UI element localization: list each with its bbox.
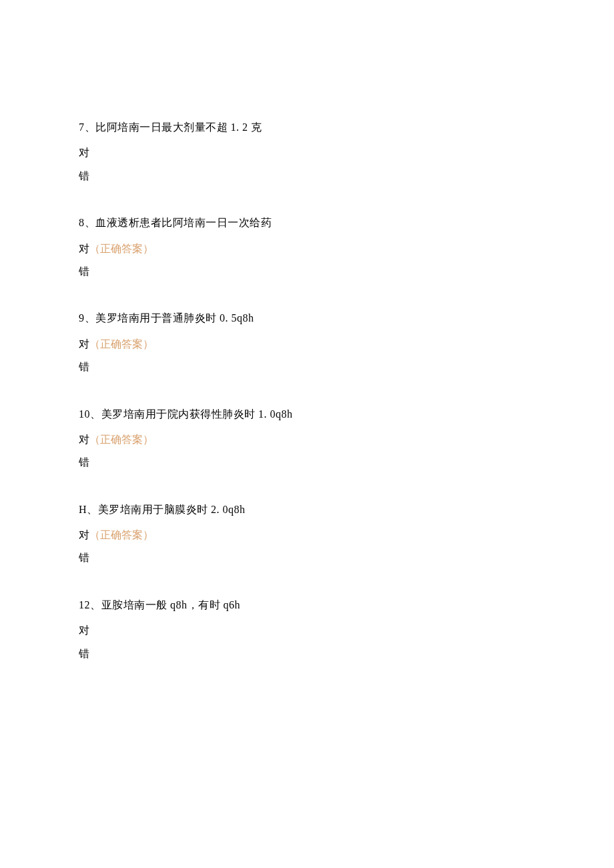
option-row: 对 (79, 145, 535, 160)
option-row: 对（正确答案） (79, 242, 535, 256)
option-wrong-label: 错 (79, 552, 89, 563)
question-number: 10、 (79, 408, 101, 420)
question-text: 9、美罗培南用于普通肺炎时 0. 5q8h (79, 311, 535, 326)
question-body: 血液透析患者比阿培南一日一次给药 (95, 217, 272, 228)
option-row: 错 (79, 264, 535, 279)
correct-answer-marker: （正确答案） (89, 243, 154, 254)
option-row: 对（正确答案） (79, 528, 535, 542)
question-block: 9、美罗培南用于普通肺炎时 0. 5q8h 对（正确答案） 错 (79, 311, 535, 374)
correct-answer-marker: （正确答案） (89, 434, 154, 445)
question-text: 7、比阿培南一日最大剂量不超 1. 2 克 (79, 120, 535, 135)
question-body: 美罗培南用于脑膜炎时 2. 0q8h (98, 504, 246, 515)
question-body: 美罗培南用于普通肺炎时 0. 5q8h (95, 312, 254, 324)
question-text: 12、亚胺培南一般 q8h，有时 q6h (79, 598, 535, 612)
option-wrong-label: 错 (79, 266, 89, 277)
question-text: 10、美罗培南用于院内获得性肺炎时 1. 0q8h (79, 407, 535, 422)
question-block: 12、亚胺培南一般 q8h，有时 q6h 对 错 (79, 598, 535, 661)
option-wrong-label: 错 (79, 170, 89, 181)
option-wrong-label: 错 (79, 648, 89, 659)
question-block: H、美罗培南用于脑膜炎时 2. 0q8h 对（正确答案） 错 (79, 502, 535, 566)
question-body: 比阿培南一日最大剂量不超 1. 2 克 (95, 121, 262, 133)
question-body: 亚胺培南一般 q8h，有时 q6h (101, 599, 241, 610)
option-wrong-label: 错 (79, 361, 89, 372)
document-page: 7、比阿培南一日最大剂量不超 1. 2 克 对 错 8、血液透析患者比阿培南一日… (0, 0, 614, 661)
option-correct-label: 对 (79, 147, 89, 158)
option-correct-label: 对 (79, 624, 89, 636)
question-body: 美罗培南用于院内获得性肺炎时 1. 0q8h (101, 408, 293, 420)
question-number: 9、 (79, 312, 95, 324)
option-row: 错 (79, 550, 535, 565)
option-correct-label: 对 (79, 529, 89, 540)
option-row: 对 (79, 623, 535, 638)
question-text: H、美罗培南用于脑膜炎时 2. 0q8h (79, 502, 535, 517)
question-block: 8、血液透析患者比阿培南一日一次给药 对（正确答案） 错 (79, 215, 535, 279)
option-correct-label: 对 (79, 434, 89, 445)
question-text: 8、血液透析患者比阿培南一日一次给药 (79, 215, 535, 230)
question-number: 8、 (79, 217, 95, 228)
option-row: 对（正确答案） (79, 337, 535, 352)
option-wrong-label: 错 (79, 456, 89, 468)
option-correct-label: 对 (79, 338, 89, 350)
option-row: 错 (79, 360, 535, 374)
correct-answer-marker: （正确答案） (89, 338, 154, 350)
correct-answer-marker: （正确答案） (89, 529, 154, 540)
question-number: 7、 (79, 121, 95, 133)
option-row: 对（正确答案） (79, 432, 535, 447)
question-number: 12、 (79, 599, 101, 610)
option-row: 错 (79, 169, 535, 183)
option-row: 错 (79, 646, 535, 661)
question-block: 10、美罗培南用于院内获得性肺炎时 1. 0q8h 对（正确答案） 错 (79, 407, 535, 470)
question-number: H、 (79, 504, 98, 515)
option-row: 错 (79, 455, 535, 470)
option-correct-label: 对 (79, 243, 89, 254)
question-block: 7、比阿培南一日最大剂量不超 1. 2 克 对 错 (79, 120, 535, 183)
